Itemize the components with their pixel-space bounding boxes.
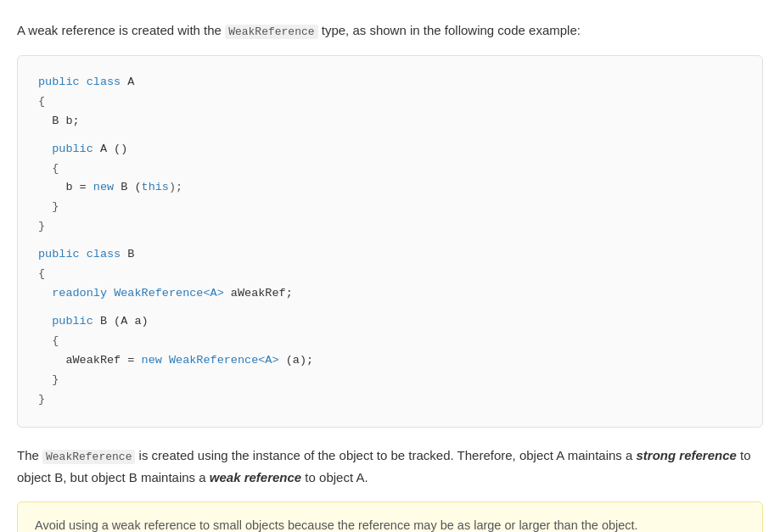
code-line: public A () [38, 140, 742, 160]
code-token: } [52, 373, 59, 386]
desc-text1: The [17, 448, 42, 462]
code-token: { [52, 162, 59, 175]
note-text: Avoid using a weak reference to small ob… [35, 518, 638, 532]
code-blank-line [38, 237, 742, 245]
code-token: WeakReference<A> [114, 287, 224, 300]
code-token: { [52, 334, 59, 347]
code-token: ); [169, 181, 182, 193]
strong-ref-text: strong reference [637, 448, 737, 462]
code-token: (a); [279, 354, 314, 367]
code-line: b = new B (this); [38, 178, 742, 198]
code-line: public B (A a) [38, 312, 742, 332]
code-token: aWeakRef [65, 354, 121, 367]
desc-text4: to object A. [301, 470, 368, 484]
code-token: { [38, 267, 45, 280]
code-blank-line [38, 304, 742, 312]
code-token: B b; [52, 115, 79, 127]
code-line: readonly WeakReference<A> aWeakRef; [38, 284, 742, 304]
code-token: readonly [52, 287, 107, 300]
code-token: A [121, 76, 134, 88]
code-token: B ( [114, 181, 141, 193]
code-token: B (A a) [93, 315, 149, 328]
code-line: { [38, 265, 742, 284]
code-token: new [93, 181, 114, 193]
description-paragraph: The WeakReference is created using the i… [17, 445, 763, 489]
code-token: WeakReference<A> [169, 354, 279, 367]
code-token: B [121, 248, 134, 260]
code-line: { [38, 92, 742, 112]
code-token: class [87, 76, 121, 88]
code-line: } [38, 217, 742, 237]
code-token: public [52, 143, 93, 155]
code-token: public [52, 315, 93, 328]
note-box: Avoid using a weak reference to small ob… [17, 501, 763, 532]
code-token: } [38, 220, 45, 232]
code-token: public [38, 76, 80, 88]
code-line: } [38, 198, 742, 217]
code-line: public class B [38, 245, 742, 265]
code-blank-line [38, 132, 742, 140]
code-token: } [52, 200, 59, 213]
intro-text-before: A weak reference is created with the [17, 23, 225, 37]
intro-paragraph: A weak reference is created with the Wea… [17, 20, 763, 42]
desc-inline-code: WeakReference [42, 450, 135, 464]
intro-text-after: type, as shown in the following code exa… [318, 23, 581, 37]
code-line: } [38, 390, 742, 410]
code-token: public [38, 248, 80, 260]
code-token: { [38, 95, 45, 108]
code-line: public class A [38, 73, 742, 92]
code-token: A () [93, 143, 128, 155]
code-token: aWeakRef; [224, 287, 293, 300]
code-block: public class A{ B b; public A () { b = n… [17, 55, 763, 428]
code-token: class [87, 248, 121, 260]
code-token: b [65, 181, 72, 193]
code-token: new [142, 354, 162, 367]
intro-inline-code: WeakReference [225, 25, 317, 39]
code-token: } [38, 393, 45, 406]
code-line: { [38, 160, 742, 179]
code-token: this [142, 181, 169, 193]
code-line: } [38, 371, 742, 390]
desc-text2: is created using the instance of the obj… [135, 448, 636, 462]
code-line: B b; [38, 112, 742, 132]
code-line: aWeakRef = new WeakReference<A> (a); [38, 351, 742, 371]
weak-ref-text: weak reference [210, 470, 301, 484]
code-line: { [38, 332, 742, 351]
